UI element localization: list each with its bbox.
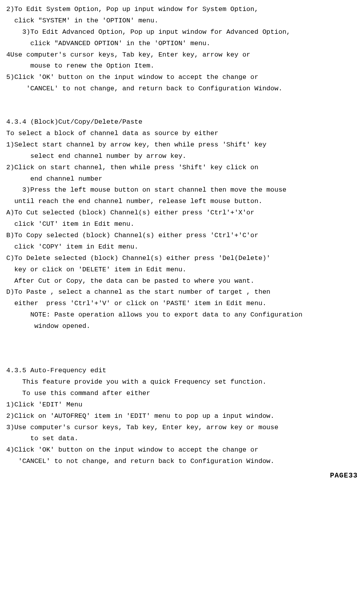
text-line: To select a block of channel data as sou… [6, 128, 358, 139]
text-line: to set data. [6, 433, 358, 445]
text-line: D)To Paste , select a channel as the sta… [6, 287, 358, 298]
text-line: A)To Cut selected (block) Channel(s) eit… [6, 207, 358, 219]
text-line: key or click on 'DELETE' item in Edit me… [6, 264, 358, 276]
text-line: 4Use computer's cursor keys, Tab key, En… [6, 49, 358, 61]
text-line: either press 'Ctrl'+'V' or click on 'PAS… [6, 298, 358, 309]
text-line: 3)Press the left mouse button on start c… [6, 185, 358, 196]
text-line: click 'COPY' item in Edit menu. [6, 241, 358, 253]
text-line [6, 354, 358, 365]
text-line: This feature provide you with a quick Fr… [6, 377, 358, 388]
text-line: click "SYSTEM' in the 'OPTION' menu. [6, 15, 358, 27]
text-line: until reach the end channel number, rele… [6, 196, 358, 207]
text-line: NOTE: Paste operation allows you to expo… [6, 309, 358, 321]
document-body: 2)To Edit System Option, Pop up input wi… [6, 4, 358, 467]
text-line: After Cut or Copy, the data can be paste… [6, 276, 358, 287]
text-line [6, 343, 358, 354]
text-line: 4)Click 'OK' button on the input window … [6, 445, 358, 456]
text-line: 4.3.4 (Block)Cut/Copy/Delete/Paste [6, 117, 358, 128]
text-line: window opened. [6, 321, 358, 332]
text-line: end channel number [6, 174, 358, 185]
text-line: 'CANCEL' to not change, and return back … [6, 83, 358, 95]
text-line: 2)Click on start channel, then while pre… [6, 162, 358, 174]
page-number: PAGE33 [6, 470, 358, 482]
text-line: 'CANCEL' to not change, and return back … [6, 456, 358, 467]
text-line: C)To Delete selected (block) Channel(s) … [6, 253, 358, 264]
text-line: 1)Select start channel by arrow key, the… [6, 139, 358, 151]
text-line: select end channel number by arrow key. [6, 151, 358, 162]
text-line: 5)Click 'OK' button on the input window … [6, 72, 358, 83]
text-line: 4.3.5 Auto-Frequency edit [6, 365, 358, 377]
text-line: 2)Click on 'AUTOFREQ' item in 'EDIT' men… [6, 411, 358, 422]
text-line: To use this command after either [6, 388, 358, 399]
text-line [6, 106, 358, 117]
text-line: 1)Click 'EDIT' Menu [6, 399, 358, 411]
text-line: B)To Copy selected (block) Channel(s) ei… [6, 230, 358, 241]
text-line [6, 332, 358, 343]
text-line: mouse to renew the Option Item. [6, 60, 358, 72]
text-line: click "ADVANCED OPTION' in the 'OPTION' … [6, 38, 358, 49]
text-line: 3)Use computer's cursor keys, Tab key, E… [6, 422, 358, 434]
text-line [6, 95, 358, 106]
text-line: 3)To Edit Advanced Option, Pop up input … [6, 27, 358, 38]
text-line: click 'CUT' item in Edit menu. [6, 219, 358, 230]
text-line: 2)To Edit System Option, Pop up input wi… [6, 4, 358, 15]
